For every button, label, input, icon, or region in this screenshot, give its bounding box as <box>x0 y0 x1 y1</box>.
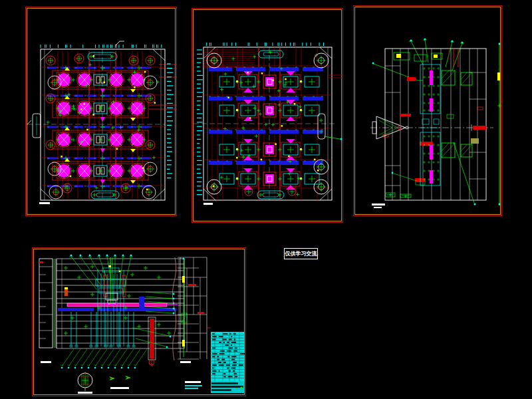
drawing-sheet-plan-view-1[interactable] <box>25 7 177 216</box>
cad-workspace: 仅供学习交流 <box>0 0 532 399</box>
plan-view-1-drawing <box>26 7 176 215</box>
slot <box>259 51 283 58</box>
caption-smudge <box>180 361 191 363</box>
seal <box>430 98 433 112</box>
drawing-sheet-side-section[interactable] <box>353 5 502 216</box>
clamp-column <box>39 259 53 348</box>
seal <box>430 145 433 160</box>
watermark-text: 仅供学习交流 <box>285 250 317 257</box>
caption-smudge <box>110 387 129 389</box>
caption-smudge <box>39 202 50 204</box>
side-slot <box>318 114 325 139</box>
caption-smudge <box>41 361 51 363</box>
caption-smudge <box>185 381 201 383</box>
side-section-drawing <box>354 6 501 215</box>
drawing-sheet-plan-view-2[interactable] <box>192 8 343 223</box>
caption-smudge <box>78 392 92 394</box>
plate-outline <box>41 49 165 200</box>
assembly-section-drawing <box>33 248 245 396</box>
drawing-sheet-assembly-section[interactable] <box>32 247 246 396</box>
watermark-box: 仅供学习交流 <box>284 248 318 259</box>
seal <box>430 70 433 85</box>
seal <box>430 170 433 184</box>
caption-smudge <box>372 203 385 205</box>
caption-smudge <box>203 203 213 205</box>
plan-view-2-drawing <box>192 9 342 222</box>
